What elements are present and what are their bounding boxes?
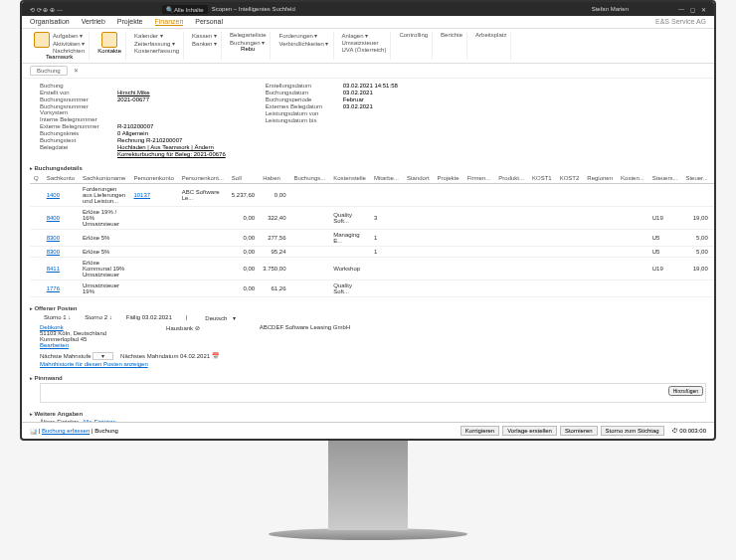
ribbon-item[interactable]: Umsatzsteuer — [342, 40, 387, 46]
col-header[interactable]: KOST1 — [528, 173, 556, 184]
col-header[interactable]: Mitarbe... — [370, 173, 403, 184]
col-header[interactable]: Kosten... — [617, 173, 648, 184]
meta-value[interactable]: Hirschi,Mike — [117, 90, 150, 95]
table-row[interactable]: 8411Erlöse Kommunal 19% Umsatzsteuer0,00… — [30, 258, 714, 280]
meta-label: Buchung — [40, 83, 109, 89]
ribbon-item[interactable]: Controlling — [399, 32, 428, 38]
tab-close-icon[interactable]: ✕ — [68, 66, 85, 76]
language-select[interactable]: Deutsch ▾ — [197, 313, 240, 322]
pinnwand-area: Hinzufügen — [40, 383, 706, 403]
company-name: ABCDEF Software Leasing GmbH — [260, 324, 350, 348]
current-user[interactable]: Stefan Marien — [592, 6, 629, 12]
col-header[interactable]: Soll — [228, 173, 259, 184]
open-items-header[interactable]: Offener Posten — [30, 303, 706, 313]
action-button[interactable]: Stornieren — [560, 426, 598, 436]
smart-search-hint: Scopen – Intelligentes Suchfeld — [212, 6, 295, 12]
action-button[interactable]: Korrigieren — [460, 426, 499, 436]
storno-tab-2[interactable]: Storno 2 ↓ — [81, 313, 115, 322]
ribbon-item[interactable]: Aktivitäten ▾ — [53, 40, 85, 47]
col-header[interactable]: Steuer... — [681, 173, 711, 184]
ribbon-item[interactable]: Forderungen ▾ — [278, 32, 328, 39]
mahndatum-label: Nächstes Mahndatum — [120, 353, 178, 359]
col-header[interactable]: G... — [712, 173, 714, 184]
weitere-header[interactable]: Weitere Angaben — [30, 409, 706, 419]
col-header[interactable]: Projekte — [434, 173, 463, 184]
col-header[interactable]: Sachkonto — [43, 173, 79, 184]
col-header[interactable]: Steuers... — [648, 173, 682, 184]
ribbon-item[interactable]: Anlagen ▾ — [342, 32, 387, 39]
details-header[interactable]: Buchungsdetails — [30, 163, 706, 173]
ribbon-item[interactable]: Aufgaben ▾ — [53, 32, 85, 39]
meta-label: Externe Belegnummer — [40, 123, 109, 129]
ribbon-group-label: Teamwork — [46, 54, 73, 60]
meta-label: Buchungsperiode — [266, 96, 335, 102]
col-header[interactable]: Standort — [403, 173, 434, 184]
ribbon: Aufgaben ▾Aktivitäten ▾NachrichtenTeamwo… — [22, 29, 714, 64]
meta-label: Erstellt von — [40, 90, 109, 95]
meta-value: 03.02.2021 — [343, 90, 373, 95]
ribbon-item[interactable]: Kostenerfassung — [134, 48, 179, 54]
meta-value[interactable]: Korrekturbuchung für Beleg: 2021-00676 — [117, 151, 226, 157]
document-tab[interactable]: Buchung — [30, 66, 68, 76]
add-pin-button[interactable]: Hinzufügen — [668, 386, 703, 396]
col-header[interactable]: KOST2 — [556, 173, 584, 184]
table-row[interactable]: 1776Umsatzsteuer 19%0,0061,26Quality Sof… — [30, 280, 714, 297]
mahnhistorie-link[interactable]: Mahnhistorie für diesen Posten anzeigen — [40, 361, 706, 367]
meta-label: Belegdatei — [40, 144, 109, 150]
tab-vertrieb[interactable]: Vertrieb — [82, 18, 105, 26]
action-button[interactable]: Vorlage erstellen — [502, 426, 557, 436]
tab-finanzen[interactable]: Finanzen — [155, 18, 184, 26]
tab-projekte[interactable]: Projekte — [117, 18, 143, 26]
col-header[interactable]: Firmen... — [463, 173, 495, 184]
mahnstufe-select[interactable]: ▾ — [92, 352, 113, 360]
meta-label: Buchungsnummer — [40, 96, 109, 102]
col-header[interactable]: Haben — [259, 173, 289, 184]
meta-value: Rechnung R-210200007 — [117, 137, 182, 143]
edit-link[interactable]: Bearbeiten — [40, 342, 106, 348]
col-header[interactable]: Kostenstelle — [329, 173, 370, 184]
ribbon-item[interactable]: Buchungen ▾ — [230, 39, 266, 46]
col-header[interactable]: Buchungs... — [290, 173, 330, 184]
ribbon-item[interactable]: UVA (Österreich) — [342, 47, 387, 53]
ribbon-item[interactable]: Kalender ▾ — [134, 32, 179, 39]
tab-personal[interactable]: Personal — [195, 18, 223, 26]
meta-value[interactable]: Hochladen | Aus Teamwork | Ändern — [117, 144, 214, 150]
ribbon-item[interactable]: Kassen ▾ — [192, 32, 217, 39]
col-header[interactable]: Sachkontoname — [79, 173, 129, 184]
ribbon-item[interactable]: Zeiterfassung ▾ — [134, 40, 179, 47]
col-header[interactable]: Personenkonto — [129, 173, 177, 184]
storno-tab-1[interactable]: Storno 1 ↓ — [40, 313, 75, 322]
minimize-icon[interactable]: — — [678, 6, 684, 13]
table-row[interactable]: 8400Erlöse 19% / 16% Umsatzsteuer0,00322… — [30, 207, 714, 230]
table-row[interactable]: 8300Erlöse 5%0,0095,241U55,00 — [30, 247, 714, 258]
col-header[interactable]: Regionen — [583, 173, 617, 184]
ribbon-item[interactable]: Banken ▾ — [192, 40, 217, 47]
chart-icon[interactable]: 📊 — [30, 428, 37, 435]
global-search[interactable]: 🔍 Alle Inhalte — [162, 5, 208, 14]
company-label: E&S Service AG — [655, 18, 706, 26]
tab-organisation[interactable]: Organisation — [30, 18, 70, 26]
table-row[interactable]: 1400Forderungen aus Lieferungen und Leis… — [30, 184, 714, 207]
breadcrumb-2: Buchung — [94, 428, 118, 434]
ribbon-big-icon[interactable] — [34, 32, 50, 48]
pinnwand-header[interactable]: Pinnwand — [30, 373, 706, 383]
ribbon-item[interactable]: Verbindlichkeiten ▾ — [278, 40, 328, 47]
mahndatum-input[interactable]: 04.02.2021 — [180, 353, 210, 359]
ribbon-item[interactable]: Berichte — [441, 32, 462, 38]
hausbank-label: Hausbank — [166, 325, 193, 331]
col-header[interactable]: Personenkont... — [178, 173, 228, 184]
action-button[interactable]: Storno zum Stichtag — [601, 426, 664, 436]
close-icon[interactable]: ✕ — [701, 6, 706, 13]
meta-label: Erstellungsdatum — [266, 83, 335, 89]
meta-label: Buchungsdatum — [266, 90, 335, 95]
col-header[interactable]: Produkt... — [494, 173, 528, 184]
maximize-icon[interactable]: ◻ — [690, 6, 695, 13]
col-header[interactable]: Q — [30, 173, 43, 184]
ribbon-big-icon[interactable] — [101, 32, 117, 48]
meta-label: Buchungstext — [40, 137, 109, 143]
ribbon-item[interactable]: Belegarteliste — [230, 32, 266, 38]
ribbon-item[interactable]: Arbeitsplatz — [475, 32, 506, 38]
meta-label: Interne Belegnummer — [40, 116, 109, 122]
breadcrumb-1[interactable]: Buchung erfassen — [42, 428, 90, 434]
table-row[interactable]: 8300Erlöse 5%0,00277,56Managing E...1U55… — [30, 230, 714, 247]
